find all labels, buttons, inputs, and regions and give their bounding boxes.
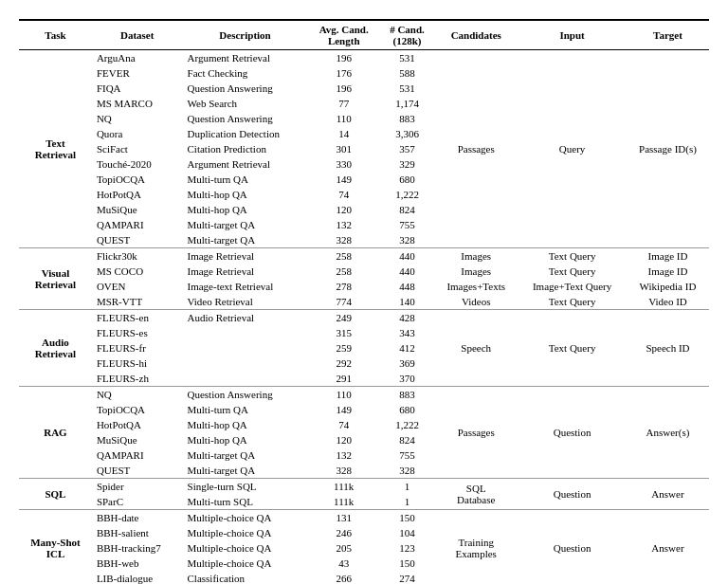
- target-cell: Passage ID(s): [627, 50, 709, 248]
- task-sql: SQL: [19, 479, 92, 510]
- input-visual: Text Query: [518, 248, 627, 265]
- target-manyshot: Answer: [627, 510, 709, 585]
- col-input: Input: [518, 20, 627, 50]
- task-manyshot: Many-ShotICL: [19, 510, 92, 585]
- col-description: Description: [183, 20, 308, 50]
- col-numcand: # Cand.(128k): [380, 20, 434, 50]
- description-cell: Argument Retrieval: [183, 50, 308, 66]
- input-rag: Question: [518, 387, 627, 479]
- table-row: Many-ShotICL BBH-dateMultiple-choice QA1…: [19, 510, 709, 526]
- table-row: AudioRetrieval FLEURS-enAudio Retrieval2…: [19, 310, 709, 326]
- col-candidates: Candidates: [434, 20, 518, 50]
- table-row: VisualRetrieval Flickr30kImage Retrieval…: [19, 248, 709, 265]
- table-row: OVENImage-text Retrieval278448 Images+Te…: [19, 279, 709, 294]
- target-rag: Answer(s): [627, 387, 709, 479]
- candidates-manyshot: TrainingExamples: [434, 510, 518, 585]
- table-row: RAG NQQuestion Answering110883 Passages …: [19, 387, 709, 403]
- input-cell: Query: [518, 50, 627, 248]
- table-row: MSR-VTTVideo Retrieval774140 VideosText …: [19, 294, 709, 310]
- table-row: TextRetrieval ArguAna Argument Retrieval…: [19, 50, 709, 66]
- candidates-rag: Passages: [434, 387, 518, 479]
- input-manyshot: Question: [518, 510, 627, 585]
- col-avg: Avg. Cand.Length: [308, 20, 380, 50]
- table-row: SQL SpiderSingle-turn SQL111k1 SQLDataba…: [19, 479, 709, 495]
- task-visual-retrieval: VisualRetrieval: [19, 248, 92, 310]
- task-text-retrieval: TextRetrieval: [19, 50, 92, 248]
- main-table: Task Dataset Description Avg. Cand.Lengt…: [19, 19, 709, 584]
- col-task: Task: [19, 20, 92, 50]
- candidates-sql: SQLDatabase: [434, 479, 518, 510]
- input-sql: Question: [518, 479, 627, 510]
- col-target: Target: [627, 20, 709, 50]
- table-row: MS COCOImage Retrieval258440 ImagesText …: [19, 264, 709, 279]
- candidates-cell: Passages: [434, 50, 518, 248]
- dataset-cell: ArguAna: [92, 50, 183, 66]
- task-rag: RAG: [19, 387, 92, 479]
- target-sql: Answer: [627, 479, 709, 510]
- avg-cell: 196: [308, 50, 380, 66]
- target-visual: Image ID: [627, 248, 709, 265]
- cand-cell: 531: [380, 50, 434, 66]
- input-audio: Text Query: [518, 310, 627, 387]
- task-audio-retrieval: AudioRetrieval: [19, 310, 92, 387]
- col-dataset: Dataset: [92, 20, 183, 50]
- target-audio: Speech ID: [627, 310, 709, 387]
- candidates-visual: Images: [434, 248, 518, 265]
- candidates-audio: Speech: [434, 310, 518, 387]
